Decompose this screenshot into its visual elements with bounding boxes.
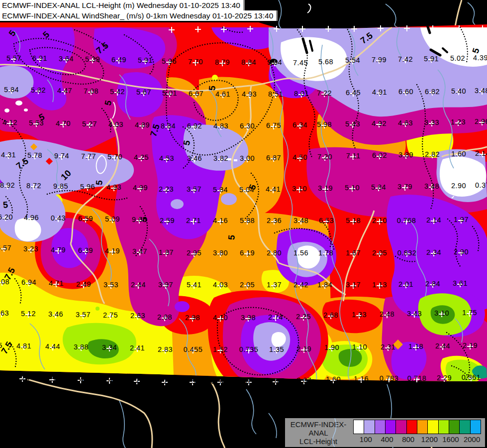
grid-value: 3.82 xyxy=(213,154,228,163)
grid-value: 4.39 xyxy=(473,53,487,62)
grid-value: 1.55 xyxy=(185,377,200,386)
title-bar: ECMWF-INDEX-ANAL LCL-Height (m) Wednesda… xyxy=(0,0,278,21)
grid-value: 9.85 xyxy=(53,182,68,191)
grid-value: 5.39 xyxy=(85,55,100,64)
grid-value: 1.33 xyxy=(352,310,367,319)
grid-value: 2.49 xyxy=(73,375,88,384)
legend-tick-label: 400 xyxy=(381,435,393,444)
grid-value: 0.43 xyxy=(51,214,66,223)
grid-value: 3.88 xyxy=(74,342,89,351)
grid-value: 4.81 xyxy=(16,341,31,350)
grid-value: 1.78 xyxy=(318,248,333,257)
title-line-lcl: ECMWF-INDEX-ANAL LCL-Height (m) Wednesda… xyxy=(0,0,245,10)
grid-cross-icon xyxy=(325,26,331,32)
grid-cross-icon xyxy=(430,25,436,31)
grid-value: 2.36 xyxy=(267,216,282,225)
grid-cross-icon xyxy=(299,26,305,32)
grid-value: 7.45 xyxy=(293,58,308,67)
grid-value: 5.88 xyxy=(240,216,255,225)
grid-value: 1.16 xyxy=(354,374,369,383)
grid-value: 5.53 xyxy=(29,118,44,127)
grid-cross-icon xyxy=(404,25,410,31)
grid-value: 0.361 xyxy=(462,373,481,382)
grid-value: 3.46 xyxy=(187,154,202,163)
grid-value: 7.42 xyxy=(398,55,413,64)
grid-value: 4.41 xyxy=(266,185,281,194)
grid-value: 8.01 xyxy=(294,89,309,98)
grid-value: 4.89 xyxy=(135,120,150,129)
grid-value: 5.78 xyxy=(27,151,42,160)
grid-value: 5.84 xyxy=(213,185,228,194)
grid-value: 5.04 xyxy=(239,185,254,194)
grid-value: 2.14 xyxy=(475,149,487,158)
grid-value: 4.93 xyxy=(106,183,121,192)
grid-value: 9.74 xyxy=(54,151,69,160)
legend-swatch xyxy=(364,420,375,434)
color-legend: ECMWF-INDEX-ANAL LCL-Height m 1004008001… xyxy=(285,418,485,447)
legend-title-param: LCL-Height xyxy=(285,437,352,446)
grid-value: 6.87 xyxy=(266,153,281,162)
grid-value: 6.67 xyxy=(189,89,203,98)
grid-value: 5.43 xyxy=(345,119,360,128)
grid-cross-icon xyxy=(221,26,227,32)
grid-value: 2.59 xyxy=(160,216,175,225)
grid-value: 4.03 xyxy=(108,120,123,129)
grid-value: 4.50 xyxy=(292,153,307,162)
grid-value: 1.21 xyxy=(129,376,144,385)
grid-value: 2.98 xyxy=(185,313,200,322)
grid-value: 1.37 xyxy=(267,280,282,289)
legend-tick-label: 800 xyxy=(402,435,414,444)
grid-value: 8.84 xyxy=(161,121,176,130)
grid-value: 3.48 xyxy=(293,216,308,225)
grid-value: 5.70 xyxy=(107,152,122,161)
grid-value: 5.68 xyxy=(318,57,333,66)
grid-value: 2.95 xyxy=(187,248,201,257)
grid-value: 5.18 xyxy=(346,216,361,225)
grid-value: 5.09 xyxy=(105,215,120,224)
grid-value: 5.01 xyxy=(162,89,177,98)
grid-value: 4.91 xyxy=(372,88,387,97)
grid-value: 6.45 xyxy=(346,88,361,97)
grid-value: 2.80 xyxy=(267,248,282,257)
grid-value: 0.37 xyxy=(475,181,487,190)
windshear-contour-label: 5 xyxy=(2,200,8,211)
grid-value: 3.64 xyxy=(59,54,74,63)
legend-scale: 100400800120016002000 xyxy=(352,418,485,447)
legend-swatch xyxy=(427,420,438,434)
legend-tick-label: 1200 xyxy=(421,435,438,444)
grid-cross-icon xyxy=(480,25,486,31)
grid-value: 3.46 xyxy=(48,310,63,319)
grid-value: 5.98 xyxy=(317,120,332,129)
grid-value: 0.768 xyxy=(397,216,416,225)
grid-value: 5.54 xyxy=(345,56,360,65)
grid-value: 2.82 xyxy=(425,150,440,159)
grid-value: 3.79 xyxy=(397,182,412,191)
grid-value: 1.87 xyxy=(159,248,174,257)
grid-value: 5.40 xyxy=(451,87,466,96)
grid-value: 6.49 xyxy=(111,55,126,64)
grid-value: 7.20 xyxy=(317,152,332,161)
grid-value: 4.12 xyxy=(2,118,17,127)
grid-value: 2.84 xyxy=(425,279,440,288)
grid-value: 4.44 xyxy=(45,342,60,351)
grid-value: 6.20 xyxy=(0,213,13,222)
grid-value: 3.10 xyxy=(434,309,449,318)
grid-value: 2.48 xyxy=(380,310,394,319)
grid-value: 3.53 xyxy=(103,280,118,289)
grid-value: 8.72 xyxy=(26,181,41,190)
grid-value: 5.10 xyxy=(345,183,360,192)
grid-value: 5.57 xyxy=(0,243,11,252)
grid-value: 3.61 xyxy=(453,279,468,288)
grid-value: 2.29 xyxy=(157,377,172,386)
grid-value: 1.23 xyxy=(451,117,466,126)
grid-value: 6.75 xyxy=(266,121,281,130)
grid-value: 4.25 xyxy=(134,153,149,162)
grid-value: 6.34 xyxy=(292,120,307,129)
grid-value: 4.79 xyxy=(51,245,66,254)
grid-value: 2.63 xyxy=(130,311,145,320)
grid-value: 2.71 xyxy=(186,216,201,225)
grid-value: 8.51 xyxy=(268,90,283,99)
grid-value: 4.53 xyxy=(159,154,174,163)
grid-value: 7.70 xyxy=(188,57,203,66)
grid-value: 3.10 xyxy=(292,184,307,193)
